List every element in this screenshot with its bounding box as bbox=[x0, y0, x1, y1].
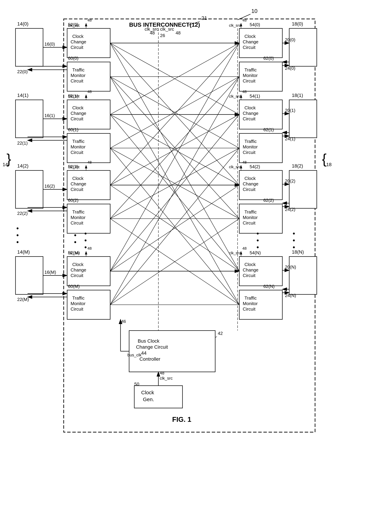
svg-text:Circuit: Circuit bbox=[70, 187, 83, 192]
svg-text:Circuit: Circuit bbox=[70, 273, 83, 278]
svg-text:46: 46 bbox=[121, 319, 126, 324]
svg-text:24(N): 24(N) bbox=[285, 293, 296, 298]
svg-text:•: • bbox=[257, 243, 259, 251]
svg-text:48: 48 bbox=[88, 18, 92, 22]
svg-text:Traffic: Traffic bbox=[244, 295, 257, 301]
svg-text:clk_src: clk_src bbox=[229, 94, 241, 98]
svg-text:54(2): 54(2) bbox=[250, 164, 260, 169]
svg-text:48: 48 bbox=[88, 160, 92, 164]
svg-text:clk_src: clk_src bbox=[160, 376, 173, 381]
svg-text:48: 48 bbox=[243, 246, 247, 251]
svg-text:Change: Change bbox=[243, 111, 258, 116]
svg-text:Monitor: Monitor bbox=[243, 301, 258, 306]
svg-text:14(0): 14(0) bbox=[17, 21, 28, 27]
svg-text:Traffic: Traffic bbox=[244, 139, 257, 144]
svg-rect-13 bbox=[15, 100, 43, 138]
svg-text:60(M): 60(M) bbox=[68, 284, 80, 289]
svg-text:54(N): 54(N) bbox=[250, 250, 261, 255]
svg-text:14(2): 14(2) bbox=[17, 163, 28, 168]
svg-rect-155 bbox=[289, 28, 317, 66]
svg-text:18(1): 18(1) bbox=[292, 93, 303, 98]
svg-text:42: 42 bbox=[218, 331, 223, 336]
svg-text:22(0): 22(0) bbox=[17, 69, 28, 74]
svg-text:Change: Change bbox=[243, 39, 258, 44]
svg-text:Traffic: Traffic bbox=[72, 139, 84, 144]
svg-text:21: 21 bbox=[201, 15, 207, 21]
svg-text:Circuit: Circuit bbox=[70, 150, 83, 155]
svg-text:Monitor: Monitor bbox=[70, 73, 86, 78]
svg-rect-20 bbox=[15, 170, 43, 208]
svg-text:Traffic: Traffic bbox=[244, 209, 257, 215]
svg-text:Bus Clock: Bus Clock bbox=[138, 338, 160, 344]
svg-text:24(1): 24(1) bbox=[285, 136, 295, 141]
svg-text:clk_src: clk_src bbox=[160, 27, 174, 32]
svg-text:•: • bbox=[84, 237, 87, 244]
svg-text:48: 48 bbox=[176, 30, 181, 35]
svg-text:54(0): 54(0) bbox=[250, 22, 260, 27]
svg-text:50: 50 bbox=[134, 382, 139, 387]
svg-text:60(0): 60(0) bbox=[68, 56, 79, 61]
svg-text:24(0): 24(0) bbox=[285, 65, 295, 71]
svg-text:18(N): 18(N) bbox=[292, 249, 304, 255]
svg-text:22(M): 22(M) bbox=[17, 297, 29, 302]
svg-text:Change: Change bbox=[70, 39, 86, 44]
svg-text:62(N): 62(N) bbox=[263, 284, 275, 289]
svg-text:Clock: Clock bbox=[244, 262, 256, 267]
svg-text:Change: Change bbox=[70, 181, 86, 187]
svg-text:Controller: Controller bbox=[140, 356, 160, 362]
svg-text:18(2): 18(2) bbox=[292, 163, 303, 168]
svg-text:Clock: Clock bbox=[72, 34, 84, 39]
svg-text:•: • bbox=[16, 231, 19, 239]
svg-rect-33 bbox=[15, 257, 43, 294]
svg-text:20(1): 20(1) bbox=[285, 108, 295, 113]
svg-text:Circuit: Circuit bbox=[70, 116, 83, 121]
svg-text:clk_src: clk_src bbox=[229, 23, 241, 28]
svg-text:26: 26 bbox=[160, 33, 165, 38]
svg-text:Circuit: Circuit bbox=[243, 150, 256, 155]
svg-text:Circuit: Circuit bbox=[70, 220, 83, 225]
svg-text:16(M): 16(M) bbox=[44, 270, 56, 275]
svg-text:48: 48 bbox=[160, 371, 164, 375]
diagram-svg: BUS INTERCONNECT(12) 21 10 14(0) 16(0) 2… bbox=[0, 0, 392, 532]
svg-text:•: • bbox=[16, 224, 19, 232]
svg-text:Traffic: Traffic bbox=[244, 67, 257, 72]
svg-text:14(M): 14(M) bbox=[17, 249, 30, 255]
svg-text:60(1): 60(1) bbox=[68, 127, 79, 132]
svg-text:Clock: Clock bbox=[72, 262, 84, 267]
svg-text:clk_src: clk_src bbox=[229, 251, 241, 255]
svg-text:Monitor: Monitor bbox=[243, 215, 258, 220]
svg-rect-176 bbox=[289, 257, 317, 294]
svg-rect-6 bbox=[15, 28, 43, 66]
svg-text:Gen.: Gen. bbox=[143, 397, 154, 402]
svg-text:14: 14 bbox=[3, 162, 8, 167]
svg-rect-224 bbox=[134, 386, 182, 408]
svg-text:48: 48 bbox=[88, 89, 92, 94]
svg-text:•: • bbox=[257, 237, 259, 244]
svg-text:Change: Change bbox=[243, 267, 258, 273]
svg-text:Monitor: Monitor bbox=[70, 144, 86, 149]
svg-text:Circuit: Circuit bbox=[243, 78, 256, 84]
svg-text:Circuit: Circuit bbox=[243, 187, 256, 192]
svg-text:16(0): 16(0) bbox=[44, 42, 55, 47]
svg-text:18(0): 18(0) bbox=[292, 21, 303, 27]
svg-text:Change Circuit: Change Circuit bbox=[136, 344, 168, 350]
svg-text:14(1): 14(1) bbox=[17, 93, 28, 98]
svg-text:•: • bbox=[293, 230, 295, 237]
svg-text:•: • bbox=[16, 238, 19, 246]
svg-text:Monitor: Monitor bbox=[243, 144, 258, 149]
svg-text:Monitor: Monitor bbox=[70, 215, 86, 220]
svg-text:48: 48 bbox=[150, 30, 155, 35]
svg-text:48: 48 bbox=[243, 160, 247, 164]
svg-text:clk_src: clk_src bbox=[229, 165, 241, 169]
svg-text:clk_src: clk_src bbox=[68, 251, 80, 255]
svg-text:20(N): 20(N) bbox=[285, 264, 296, 270]
svg-text:Monitor: Monitor bbox=[243, 73, 258, 78]
diagram-container: BUS INTERCONNECT(12) 21 10 14(0) 16(0) 2… bbox=[0, 0, 392, 532]
svg-text:Clock: Clock bbox=[72, 105, 84, 110]
svg-text:Change: Change bbox=[70, 111, 86, 116]
svg-text:22(2): 22(2) bbox=[17, 211, 28, 216]
svg-text:Circuit: Circuit bbox=[70, 78, 83, 84]
svg-text:•: • bbox=[257, 230, 259, 237]
svg-text:•: • bbox=[84, 243, 87, 251]
svg-text:•: • bbox=[84, 230, 87, 237]
